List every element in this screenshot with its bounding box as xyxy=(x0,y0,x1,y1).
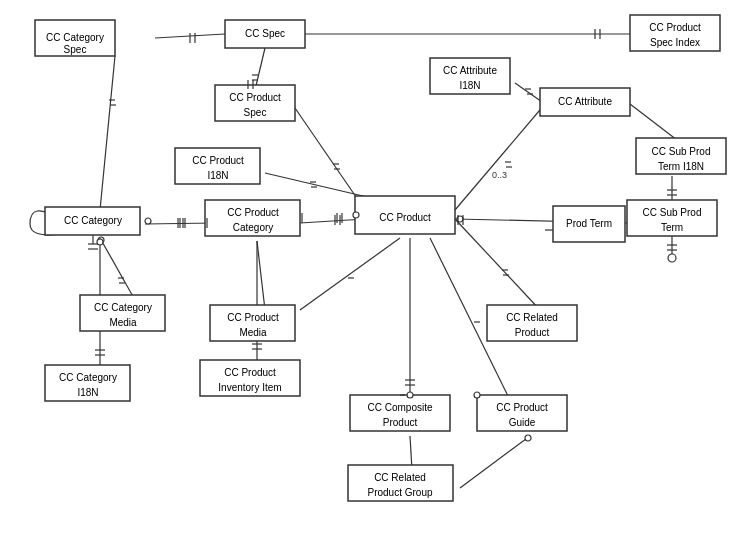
svg-text:Category: Category xyxy=(233,222,274,233)
svg-point-63 xyxy=(525,435,531,441)
svg-text:Product: Product xyxy=(383,417,418,428)
label-cc-product-spec-index: CC Product xyxy=(649,22,701,33)
svg-line-20 xyxy=(295,108,365,210)
label-cc-product-guide: CC Product xyxy=(496,402,548,413)
svg-line-16 xyxy=(630,104,677,140)
svg-line-62 xyxy=(460,436,530,488)
label-cc-category: CC Category xyxy=(64,215,122,226)
svg-point-87 xyxy=(145,218,151,224)
label-cc-category-spec: CC Category xyxy=(46,32,104,43)
svg-text:I18N: I18N xyxy=(459,80,480,91)
svg-text:Media: Media xyxy=(109,317,137,328)
label-cc-attribute: CC Attribute xyxy=(558,96,612,107)
svg-text:Product: Product xyxy=(515,327,550,338)
label-cc-product-i18n: CC Product xyxy=(192,155,244,166)
label-cc-product-spec: CC Product xyxy=(229,92,281,103)
svg-line-38 xyxy=(100,238,135,300)
svg-point-100 xyxy=(668,254,676,262)
svg-line-46 xyxy=(300,238,400,310)
svg-text:I18N: I18N xyxy=(207,170,228,181)
label-cc-sub-prod-term: CC Sub Prod xyxy=(643,207,702,218)
label-cc-spec: CC Spec xyxy=(245,28,285,39)
label-cc-composite-product: CC Composite xyxy=(367,402,432,413)
label-cc-related-product: CC Related xyxy=(506,312,558,323)
svg-text:Spec: Spec xyxy=(244,107,267,118)
svg-line-52 xyxy=(455,219,540,310)
svg-text:Product Group: Product Group xyxy=(367,487,432,498)
svg-point-96 xyxy=(474,392,480,398)
svg-text:Term: Term xyxy=(661,222,683,233)
svg-text:Guide: Guide xyxy=(509,417,536,428)
label-cc-product-category: CC Product xyxy=(227,207,279,218)
svg-line-26 xyxy=(100,56,115,210)
diagram-container: 0..3 xyxy=(0,0,756,552)
label-cc-category-i18n: CC Category xyxy=(59,372,117,383)
svg-text:Media: Media xyxy=(239,327,267,338)
svg-text:Spec Index: Spec Index xyxy=(650,37,700,48)
er-diagram: 0..3 xyxy=(0,0,756,552)
svg-text:Inventory Item: Inventory Item xyxy=(218,382,281,393)
svg-line-48 xyxy=(257,241,265,310)
label-cc-sub-prod-term-i18n: CC Sub Prod xyxy=(652,146,711,157)
svg-line-12 xyxy=(455,104,545,210)
svg-line-3 xyxy=(255,48,265,90)
label-cc-related-product-group: CC Related xyxy=(374,472,426,483)
label-cc-product: CC Product xyxy=(379,212,431,223)
svg-point-91 xyxy=(353,212,359,218)
svg-text:Term I18N: Term I18N xyxy=(658,161,704,172)
label-cc-attribute-i18n: CC Attribute xyxy=(443,65,497,76)
svg-text:Spec: Spec xyxy=(64,44,87,55)
label-prod-term: Prod Term xyxy=(566,218,612,229)
svg-point-95 xyxy=(407,392,413,398)
label-cc-product-inventory: CC Product xyxy=(224,367,276,378)
svg-text:0..3: 0..3 xyxy=(492,170,507,180)
svg-text:I18N: I18N xyxy=(77,387,98,398)
label-cc-category-media: CC Category xyxy=(94,302,152,313)
label-cc-product-media: CC Product xyxy=(227,312,279,323)
